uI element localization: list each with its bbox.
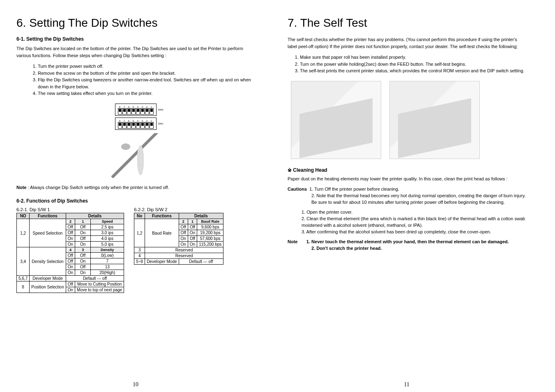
- step-item: Turn the printer power switch off.: [38, 63, 255, 70]
- hand-illustration: [111, 133, 160, 178]
- th-details: Details: [66, 213, 124, 219]
- note-line: 1. Never touch the thermal element with …: [306, 239, 509, 244]
- note-text: : Always change Dip Switch settings only…: [26, 185, 169, 190]
- right-para-1: The self-test checks whether the printer…: [288, 36, 526, 50]
- dip-note: Note : Always change Dip Switch settings…: [16, 184, 255, 191]
- cell-func: Density Selection: [30, 247, 66, 276]
- cleaning-head-title: ※ Cleaning Head: [288, 167, 526, 173]
- table-1-caption: 6-2-1. Dip S/W 1: [16, 207, 124, 212]
- cell-no: 5~8: [134, 259, 145, 265]
- final-note: Note 1. Never touch the thermal element …: [288, 239, 526, 252]
- cell-val: Default --- off: [179, 259, 223, 265]
- cell-no: 4: [134, 253, 145, 259]
- table-2-wrap: 6-2-2. Dip S/W 2 No Functions Details 1,…: [134, 207, 223, 267]
- cell-func: Position Selection: [30, 281, 66, 293]
- dip-block-sw2: 87654321 SW2: [115, 104, 157, 116]
- cell-no: 8: [17, 281, 30, 293]
- step-item: Make sure that paper roll has been insta…: [300, 54, 526, 61]
- selftest-steps: Make sure that paper roll has been insta…: [288, 54, 526, 74]
- cell-no: 1,2: [134, 219, 145, 247]
- cell-val: Default --- off: [66, 276, 124, 281]
- cautions-label: Cautions: [288, 187, 307, 191]
- cell-no: 5,6,7: [17, 276, 30, 281]
- th-details: Details: [179, 213, 223, 219]
- step-item: Flip the Dip Switches using tweezers or …: [38, 76, 255, 90]
- page-number-right: 11: [288, 381, 526, 388]
- cell-no: 1,2: [17, 219, 30, 247]
- step-item: The new setting takes effect when you tu…: [38, 90, 255, 97]
- printer-photos: On: [288, 78, 526, 163]
- step-item: Remove the screw on the bottom of the pr…: [38, 70, 255, 77]
- cleaning-para: Paper dust on the heating elements may l…: [288, 175, 526, 182]
- cell-no: 3: [134, 247, 145, 253]
- section-6-2-title: 6-2. Functions of Dip Switches: [16, 198, 255, 204]
- note-line: 2. Don't scratch the printer head.: [311, 246, 382, 251]
- dip-tables-wrap: 6-2-1. Dip S/W 1 NO Functions Details 1,…: [16, 207, 255, 295]
- cell-val: Reserved: [145, 253, 223, 259]
- clean-step: 1. Open the printer cover.: [302, 209, 526, 216]
- th-func: Functions: [30, 213, 66, 219]
- cell-func: Baud Rate: [145, 219, 179, 247]
- left-heading: 6. Setting The Dip Switches: [16, 16, 255, 30]
- section-6-1-title: 6-1. Setting the Dip Switches: [16, 36, 255, 42]
- th-no: No: [134, 213, 145, 219]
- dip-block-sw1: 87654321 SW1: [115, 118, 157, 130]
- cautions-block: Cautions 1. Turn Off the printer power b…: [288, 186, 526, 206]
- caution-line: 1. Turn Off the printer power before cle…: [309, 187, 399, 191]
- page-number-left: 10: [16, 381, 255, 388]
- right-page: 7. The Self Test The self-test checks wh…: [288, 16, 526, 384]
- cleaning-steps: 1. Open the printer cover. 2. Clean the …: [288, 209, 526, 235]
- cell-func: Speed Selection: [30, 219, 66, 247]
- table-2-caption: 6-2-2. Dip S/W 2: [134, 207, 223, 212]
- caution-line: 2. Note that the thermal head becomes ve…: [288, 193, 526, 206]
- th-no: NO: [17, 213, 30, 219]
- th-func: Functions: [145, 213, 179, 219]
- cell-no: 3,4: [17, 247, 30, 276]
- section-6-1-steps: Turn the printer power switch off. Remov…: [16, 63, 255, 97]
- printer-photo-on: On: [291, 81, 381, 159]
- cell-func: Developer Mode: [145, 259, 179, 265]
- right-heading: 7. The Self Test: [288, 16, 526, 30]
- clean-step: 3. After confirming that the alcohol sol…: [302, 229, 526, 235]
- sw1-tag: SW1: [158, 122, 163, 125]
- cell-func: Developer Mode: [30, 276, 66, 281]
- note-label: Note: [288, 239, 297, 244]
- dip-sw1-table: NO Functions Details 1,2 Speed Selection…: [16, 213, 124, 293]
- step-item: Turn on the power while holding(2sec) do…: [300, 61, 526, 68]
- section-6-1-para: The Dip Switches are located on the bott…: [16, 45, 255, 59]
- left-page: 6. Setting The Dip Switches 6-1. Setting…: [16, 16, 255, 384]
- note-label: Note: [16, 185, 26, 190]
- on-label: On: [356, 130, 365, 137]
- printer-photo-open: [389, 81, 480, 159]
- clean-step: 2. Clean the thermal element (the area w…: [302, 216, 526, 229]
- sw2-tag: SW2: [158, 108, 163, 111]
- step-item: The self-test prints the current printer…: [300, 67, 526, 74]
- dip-sw2-table: No Functions Details 1,2 Baud Rate 2 1 B…: [134, 213, 223, 265]
- cell-val: Reserved: [145, 247, 223, 253]
- table-1-wrap: 6-2-1. Dip S/W 1 NO Functions Details 1,…: [16, 207, 124, 295]
- dip-switch-figure: 87654321 SW2 87654321 SW1: [16, 103, 255, 178]
